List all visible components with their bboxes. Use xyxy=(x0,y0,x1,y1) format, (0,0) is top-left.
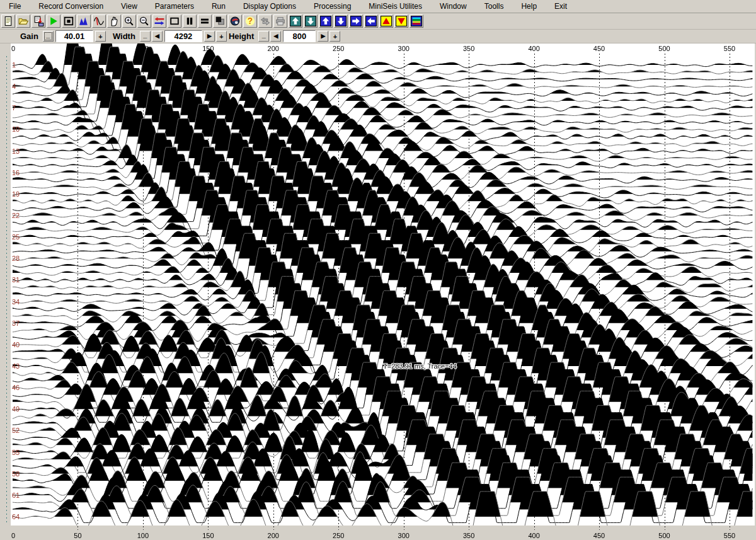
print-disabled-button[interactable] xyxy=(273,14,287,28)
height-minus-button[interactable]: _ xyxy=(258,31,269,42)
stop-button[interactable] xyxy=(62,14,76,28)
cursor-readout: T=283.91 ms, Trace=44 xyxy=(383,362,457,370)
help-button[interactable]: ? xyxy=(243,14,257,28)
plot-region: T=283.91 ms, Trace=44 xyxy=(0,43,756,540)
width-next-button[interactable]: ▶ xyxy=(204,31,215,42)
menu-parameters[interactable]: Parameters xyxy=(146,1,203,13)
shift-up-teal-button[interactable] xyxy=(289,14,302,28)
menu-file[interactable]: File xyxy=(0,1,30,13)
open-file-icon xyxy=(18,16,29,26)
gain-value[interactable]: 40.01 xyxy=(55,30,93,42)
width-label: Width xyxy=(113,32,135,41)
zoom-in-button[interactable] xyxy=(122,14,136,28)
gain-label: Gain xyxy=(20,32,38,41)
pan-hand-icon xyxy=(108,16,120,26)
gain-up-icon xyxy=(381,16,392,26)
width-minus-button[interactable]: _ xyxy=(140,31,151,42)
gain-plus-button[interactable]: + xyxy=(95,31,106,42)
move-right-button[interactable] xyxy=(349,14,363,28)
move-left-icon xyxy=(365,16,377,26)
gain-up-button[interactable] xyxy=(379,14,393,28)
save-convert-button[interactable] xyxy=(32,14,45,28)
menu-miniseis-utilites[interactable]: MiniSeis Utilites xyxy=(360,1,431,13)
height-label: Height xyxy=(229,32,254,41)
wiggle-trace-button[interactable] xyxy=(92,14,106,28)
menu-display-options[interactable]: Display Options xyxy=(234,1,305,13)
zoom-out-button[interactable] xyxy=(137,14,151,28)
menu-toolls[interactable]: Toolls xyxy=(476,1,513,13)
width-plus-button[interactable]: + xyxy=(216,31,227,42)
shift-down-teal-button[interactable] xyxy=(304,14,318,28)
svg-text:?: ? xyxy=(248,16,253,26)
shift-up-teal-icon xyxy=(290,16,301,26)
move-right-icon xyxy=(350,16,362,26)
menu-help[interactable]: Help xyxy=(512,1,546,13)
move-left-button[interactable] xyxy=(364,14,378,28)
width-prev-button[interactable]: ◀ xyxy=(152,31,163,42)
move-down-icon xyxy=(335,16,346,26)
move-up-icon xyxy=(320,16,331,26)
color-scale-button[interactable] xyxy=(410,14,423,28)
amplitude-histogram-icon xyxy=(78,16,89,26)
pan-hand-button[interactable] xyxy=(107,14,121,28)
overlay-squares-button[interactable] xyxy=(213,14,227,28)
shift-down-teal-icon xyxy=(305,16,316,26)
menu-exit[interactable]: Exit xyxy=(546,1,576,13)
swap-polarity-button[interactable] xyxy=(152,14,166,28)
world-view-button[interactable] xyxy=(228,14,242,28)
stop-icon xyxy=(63,16,74,26)
height-next-button[interactable]: ▶ xyxy=(318,31,328,42)
rectangle-select-icon xyxy=(169,16,180,26)
menu-run[interactable]: Run xyxy=(203,1,234,13)
height-plus-button[interactable]: + xyxy=(329,31,340,42)
rectangle-select-button[interactable] xyxy=(168,14,181,28)
menu-processing[interactable]: Processing xyxy=(305,1,360,13)
zoom-in-icon xyxy=(123,16,135,26)
flatten-bars-button[interactable] xyxy=(198,14,212,28)
zoom-out-icon xyxy=(139,16,150,26)
new-file-icon xyxy=(3,16,14,26)
flatten-bars-icon xyxy=(199,16,210,26)
refresh-disabled-icon xyxy=(260,16,271,26)
run-button[interactable] xyxy=(47,14,60,28)
menu-bar: FileRecord ConversionViewParametersRunDi… xyxy=(0,0,756,13)
width-value[interactable]: 4292 xyxy=(164,30,202,42)
menu-view[interactable]: View xyxy=(112,1,146,13)
gain-minus-button[interactable]: _ xyxy=(43,31,54,42)
help-icon: ? xyxy=(244,16,256,26)
height-value[interactable]: 800 xyxy=(283,30,316,42)
control-bar: Gain _ 40.01 + Width _ ◀ 4292 ▶ + Height… xyxy=(0,30,756,43)
world-view-icon xyxy=(229,16,241,26)
gain-down-button[interactable] xyxy=(394,14,408,28)
move-down-button[interactable] xyxy=(334,14,348,28)
save-convert-icon xyxy=(33,16,44,26)
open-file-button[interactable] xyxy=(16,14,30,28)
swap-polarity-icon xyxy=(154,16,165,26)
menu-window[interactable]: Window xyxy=(431,1,476,13)
run-icon xyxy=(48,16,59,26)
move-up-button[interactable] xyxy=(319,14,333,28)
toolbar: ? xyxy=(0,13,756,30)
new-file-button[interactable] xyxy=(1,14,15,28)
wiggle-trace-icon xyxy=(93,16,105,26)
menu-record-conversion[interactable]: Record Conversion xyxy=(30,1,112,13)
gain-down-icon xyxy=(396,16,407,26)
overlay-squares-icon xyxy=(214,16,226,26)
refresh-disabled-button[interactable] xyxy=(258,14,272,28)
height-prev-button[interactable]: ◀ xyxy=(270,31,281,42)
pause-icon xyxy=(184,16,195,26)
seismic-display[interactable] xyxy=(0,43,756,540)
print-disabled-icon xyxy=(275,16,286,26)
pause-button[interactable] xyxy=(183,14,197,28)
amplitude-histogram-button[interactable] xyxy=(77,14,91,28)
color-scale-icon xyxy=(411,16,422,26)
